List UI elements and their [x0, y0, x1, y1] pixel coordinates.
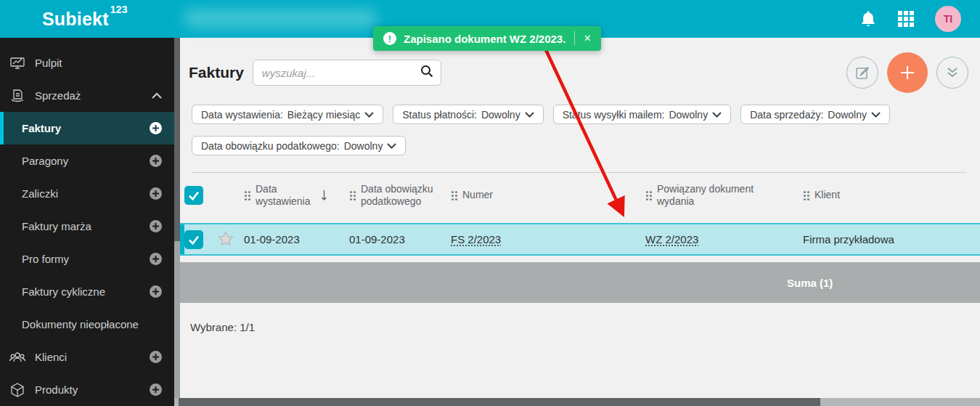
sidebar-item-dokumenty-nieoplacone[interactable]: Dokumenty nieopłacone: [0, 308, 174, 341]
sidebar-item-label: Faktury marża: [22, 220, 91, 232]
column-label: Numer: [462, 189, 493, 202]
sidebar-item-label: Faktury: [22, 122, 61, 134]
horizontal-scrollbar-thumb[interactable]: [179, 398, 820, 406]
search-icon[interactable]: [420, 65, 433, 81]
sidebar-item-paragony[interactable]: Paragony: [0, 145, 174, 177]
plus-circle-icon[interactable]: [149, 121, 163, 135]
plus-circle-icon[interactable]: [149, 350, 163, 364]
alert-icon: !: [383, 32, 396, 45]
filter-label: Status wysyłki mailem:: [563, 109, 665, 121]
topbar-actions: TI: [859, 6, 961, 32]
cell-issue-date: 01-09-2023: [237, 233, 342, 245]
sidebar-item-zaliczki[interactable]: Zaliczki: [0, 177, 174, 210]
row-checkbox[interactable]: [184, 230, 203, 249]
brand-name: Subiekt: [42, 9, 109, 29]
sidebar-item-faktury-cykliczne[interactable]: Faktury cykliczne: [0, 275, 174, 308]
sidebar-item-faktury-marza[interactable]: Faktury marża: [0, 210, 174, 243]
filter-row-1: Data wystawienia: Bieżący miesiąc Status…: [192, 105, 890, 124]
notifications-bell-icon[interactable]: [859, 10, 877, 28]
filter-data-obowiazku[interactable]: Data obowiązku podatkowego: Dowolny: [192, 136, 406, 155]
user-avatar[interactable]: TI: [935, 6, 961, 32]
sidebar-item-label: Klienci: [35, 351, 67, 363]
toast-close-icon[interactable]: ×: [582, 32, 592, 45]
app-window: Subiekt123 TI Pulpit Sprzedaż: [0, 0, 980, 406]
plus-circle-icon[interactable]: [149, 252, 163, 266]
toast-divider: [574, 31, 575, 46]
expand-all-button[interactable]: [936, 57, 968, 89]
filter-label: Data sprzedaży:: [750, 109, 823, 121]
chevron-down-icon: [871, 112, 881, 118]
search-box: [253, 60, 441, 86]
chevron-down-icon: [364, 112, 374, 118]
filter-data-wystawienia[interactable]: Data wystawienia: Bieżący miesiąc: [192, 105, 383, 124]
brand-sup: 123: [110, 4, 128, 15]
column-header-issue-date[interactable]: Data wystawienia: [237, 183, 342, 208]
related-doc-link[interactable]: WZ 2/2023: [645, 233, 698, 245]
table-row[interactable]: 01-09-2023 01-09-2023 FS 2/2023 WZ 2/202…: [180, 223, 980, 256]
vertical-scrollbar[interactable]: [174, 38, 180, 398]
plus-circle-icon[interactable]: [149, 219, 163, 233]
vertical-scrollbar-thumb[interactable]: [174, 38, 180, 241]
filter-value: Dowolny: [669, 109, 708, 121]
row-star-cell: [216, 231, 237, 248]
column-header-client[interactable]: Klient: [796, 189, 980, 202]
filter-value: Dowolny: [828, 109, 867, 121]
apps-grid-icon[interactable]: [897, 10, 915, 28]
plus-circle-icon[interactable]: [149, 187, 163, 200]
filter-data-sprzedazy[interactable]: Data sprzedaży: Dowolny: [740, 105, 890, 124]
drag-handle-icon: [451, 190, 458, 201]
sidebar-item-pro-formy[interactable]: Pro formy: [0, 243, 174, 275]
summary-label: Suma (1): [787, 277, 833, 289]
select-all-checkbox[interactable]: [184, 186, 203, 205]
select-all-cell: [180, 186, 216, 205]
chevron-down-icon: [525, 112, 534, 118]
sidebar-item-pulpit[interactable]: Pulpit: [0, 46, 174, 79]
invoice-number-link[interactable]: FS 2/2023: [451, 233, 501, 245]
horizontal-scrollbar[interactable]: [174, 398, 980, 406]
chevron-down-icon: [712, 112, 722, 118]
filter-value: Bieżący miesiąc: [287, 109, 360, 121]
clients-icon: [9, 349, 26, 366]
filter-status-platnosci[interactable]: Status płatności: Dowolny: [393, 105, 543, 124]
chevron-down-icon: [387, 143, 396, 149]
avatar-initials: TI: [944, 13, 952, 25]
sidebar-item-produkty[interactable]: Produkty: [0, 373, 174, 406]
sidebar-item-label: Paragony: [22, 155, 68, 167]
plus-circle-icon[interactable]: [149, 383, 163, 397]
cell-tax-date: 01-09-2023: [342, 233, 444, 245]
filter-status-wysylki[interactable]: Status wysyłki mailem: Dowolny: [553, 105, 732, 124]
search-input[interactable]: [262, 67, 420, 79]
filter-value: Dowolny: [481, 109, 520, 121]
table-header: Data wystawienia Data obowiązku podatkow…: [180, 173, 980, 218]
drag-handle-icon: [803, 190, 810, 201]
toast-notification: ! Zapisano dokument WZ 2/2023. ×: [373, 26, 601, 51]
column-header-tax-date[interactable]: Data obowiązku podatkowego: [342, 183, 444, 208]
column-label: Data obowiązku podatkowego: [361, 183, 442, 208]
sidebar-item-label: Dokumenty nieopłacone: [22, 318, 139, 330]
sidebar-item-label: Pro formy: [22, 253, 69, 265]
selected-count-label: Wybrane: 1/1: [190, 321, 255, 333]
page-title: Faktury: [189, 64, 244, 81]
filter-value: Dowolny: [344, 140, 383, 152]
star-icon[interactable]: [218, 231, 234, 246]
column-header-related-doc[interactable]: Powiązany dokument wydania: [638, 183, 796, 208]
main-content: Faktury Data wystawie: [180, 38, 980, 398]
app-logo[interactable]: Subiekt123: [42, 9, 126, 30]
sales-icon: [9, 87, 26, 105]
toolbar-actions: [846, 52, 968, 93]
filter-label: Data wystawienia:: [201, 109, 283, 121]
edit-button[interactable]: [846, 57, 878, 89]
sidebar-item-sprzedaz[interactable]: Sprzedaż: [0, 79, 174, 112]
content-header: Faktury: [189, 55, 968, 90]
plus-circle-icon[interactable]: [149, 285, 163, 299]
products-icon: [9, 381, 26, 399]
sidebar-item-faktury[interactable]: Faktury: [0, 112, 174, 145]
chevron-up-icon: [151, 92, 163, 100]
column-label: Klient: [814, 189, 840, 202]
sidebar-item-klienci[interactable]: Klienci: [0, 341, 174, 373]
column-header-number[interactable]: Numer: [444, 189, 638, 202]
dashboard-icon: [9, 54, 26, 72]
summary-row: Suma (1): [180, 262, 980, 303]
plus-circle-icon[interactable]: [149, 154, 163, 168]
add-button[interactable]: [887, 52, 928, 93]
